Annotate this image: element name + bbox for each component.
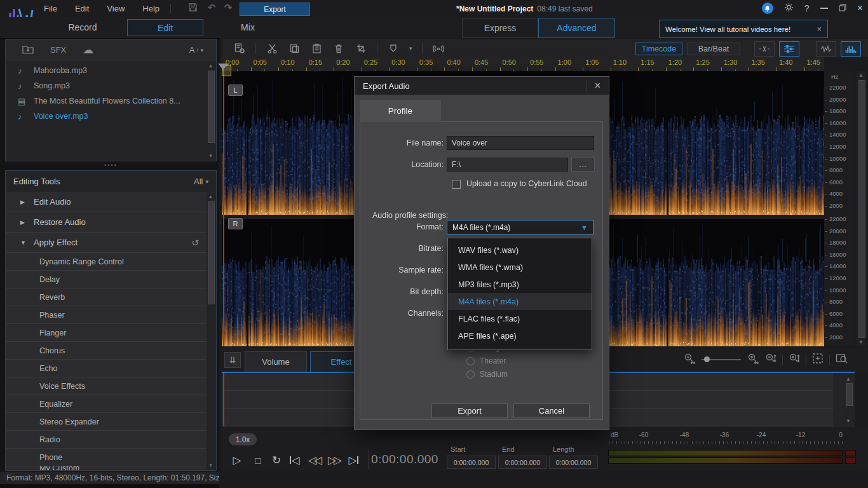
effect-item-phaser[interactable]: Phaser [6, 306, 208, 324]
timeline-ruler[interactable]: 0:000:050:100:150:200:250:300:350:400:45… [222, 57, 824, 71]
redo-icon[interactable]: ↷ [221, 2, 235, 13]
effect-item-reverb[interactable]: Reverb [6, 288, 208, 306]
track-scrollbar[interactable]: ▲ ▼ [857, 71, 865, 346]
fast-forward-button[interactable]: ▷▷ [325, 451, 342, 469]
lanes-scrollbar[interactable]: ▲ ▼ [844, 376, 852, 424]
copy-icon[interactable] [288, 42, 301, 55]
trim-icon[interactable] [355, 42, 367, 55]
time-field[interactable]: 0:00:00.000 [549, 456, 598, 469]
tab-record[interactable]: Record [60, 19, 105, 36]
barbeat-toggle[interactable]: Bar/Beat [687, 43, 740, 55]
zoom-in-vertical-icon[interactable] [789, 353, 800, 367]
media-item[interactable]: ♪Voice over.mp3 [6, 109, 207, 124]
zoom-slider-knob[interactable] [704, 356, 710, 362]
save-icon[interactable] [186, 3, 200, 12]
tools-scrollbar[interactable]: ▲ ▼ [207, 193, 215, 470]
properties-icon[interactable] [233, 42, 246, 55]
tool-section-edit-audio[interactable]: ▶Edit Audio [6, 192, 208, 212]
collapse-panel-icon[interactable]: ⇊ [224, 352, 241, 368]
playback-speed-badge[interactable]: 1.0x [229, 433, 257, 445]
close-icon[interactable]: × [857, 3, 863, 14]
restore-icon[interactable] [839, 3, 846, 14]
tool-section-apply-effect[interactable]: ▼Apply Effect↺ [6, 233, 208, 253]
mixer-icon[interactable] [779, 41, 799, 57]
skip-to-end-button[interactable]: ▷ [344, 451, 362, 469]
normalize-icon[interactable] [432, 42, 445, 55]
menu-file[interactable]: File [39, 4, 62, 13]
effect-item-phone[interactable]: Phone [6, 449, 208, 466]
skip-to-start-button[interactable]: ◁ [286, 451, 304, 469]
zoom-out-horizontal-icon[interactable] [683, 353, 696, 367]
tab-advanced[interactable]: Advanced [538, 18, 615, 38]
radio-theater[interactable]: Theater [466, 356, 506, 366]
settings-gear-icon[interactable] [784, 3, 794, 14]
play-button[interactable]: ▷ [228, 451, 246, 469]
help-icon[interactable]: ? [804, 3, 810, 13]
effect-item-partial[interactable]: My Custom [6, 466, 208, 471]
marker-dropdown-icon[interactable]: ▾ [409, 45, 412, 51]
media-scrollbar[interactable]: ▲ ▼ [207, 62, 215, 160]
dialog-titlebar[interactable]: Export Audio × [355, 77, 609, 95]
format-option-wav[interactable]: WAV files (*.wav) [448, 241, 592, 259]
cut-icon[interactable] [266, 42, 278, 55]
zoom-out-vertical-icon[interactable] [765, 353, 776, 367]
menu-view[interactable]: View [102, 4, 129, 13]
marker-icon[interactable] [387, 42, 400, 55]
format-option-m4a[interactable]: M4A files (*.m4a) [448, 293, 592, 310]
undo-icon[interactable]: ↶ [205, 2, 219, 13]
tools-filter-dropdown[interactable]: All▾ [194, 177, 208, 186]
waveform-view-icon[interactable] [816, 41, 836, 57]
snap-icon[interactable] [754, 41, 775, 57]
effect-item-dynamic-range-control[interactable]: Dynamic Range Control [6, 253, 208, 271]
paste-icon[interactable] [310, 42, 323, 55]
browse-button[interactable]: ... [571, 158, 595, 172]
fit-view-icon[interactable] [812, 353, 824, 367]
file-name-input[interactable]: Voice over [447, 136, 594, 150]
tab-edit[interactable]: Edit [127, 19, 203, 36]
sfx-library-button[interactable]: SFX [50, 45, 66, 55]
tab-volume[interactable]: Volume [245, 351, 307, 372]
effect-item-delay[interactable]: Delay [6, 271, 208, 288]
reset-icon[interactable]: ↺ [191, 238, 199, 248]
effect-item-voice-effects[interactable]: Voice Effects [6, 377, 208, 395]
cloud-icon[interactable]: ☁ [83, 43, 93, 57]
sort-button[interactable]: A↑▾ [189, 45, 203, 55]
radio-stadium[interactable]: Stadium [466, 369, 508, 379]
effect-item-stereo-expander[interactable]: Stereo Expander [6, 413, 208, 431]
export-button[interactable]: Export [240, 3, 310, 16]
effect-item-equalizer[interactable]: Equalizer [6, 395, 208, 413]
playhead-handle[interactable] [218, 64, 228, 70]
zoom-region-icon[interactable] [836, 353, 848, 367]
cloud-upload-checkbox[interactable] [452, 180, 461, 189]
tab-mix[interactable]: Mix [227, 19, 268, 36]
minimize-icon[interactable] [820, 8, 828, 9]
time-field[interactable]: 0:00:00.000 [447, 456, 496, 469]
tool-section-restore-audio[interactable]: ▶Restore Audio [6, 212, 208, 233]
spectral-view-icon[interactable] [841, 41, 861, 57]
effect-item-flanger[interactable]: Flanger [6, 324, 208, 342]
dialog-close-icon[interactable]: × [587, 80, 600, 92]
tooltip-close-icon[interactable]: × [817, 24, 822, 34]
panel-splitter[interactable] [5, 162, 217, 168]
format-option-flac[interactable]: FLAC files (*.flac) [448, 310, 592, 327]
format-dropdown[interactable]: M4A files (*.m4a) ▼ [447, 220, 593, 234]
effect-item-chorus[interactable]: Chorus [6, 342, 208, 360]
format-option-mp3[interactable]: MP3 files (*.mp3) [448, 276, 592, 293]
zoom-in-horizontal-icon[interactable] [747, 353, 759, 367]
menu-help[interactable]: Help [138, 4, 164, 13]
dialog-export-button[interactable]: Export [431, 403, 508, 418]
rewind-button[interactable]: ◁◁ [305, 451, 323, 469]
effect-item-echo[interactable]: Echo [6, 360, 208, 377]
media-item[interactable]: ♪Mahoroba.mp3 [6, 63, 207, 78]
zoom-slider[interactable] [702, 359, 741, 360]
stop-button[interactable]: □ [249, 451, 267, 469]
time-field[interactable]: 0:00:00.000 [498, 456, 547, 469]
playhead-line[interactable] [223, 71, 224, 346]
loop-button[interactable]: ↻ [268, 451, 285, 469]
delete-icon[interactable] [332, 42, 345, 55]
media-item[interactable]: ♪Song.mp3 [6, 78, 207, 93]
tab-express[interactable]: Express [462, 18, 538, 38]
timecode-toggle[interactable]: Timecode [635, 43, 682, 55]
notification-bell-icon[interactable] [762, 3, 773, 14]
dialog-cancel-button[interactable]: Cancel [513, 403, 590, 418]
